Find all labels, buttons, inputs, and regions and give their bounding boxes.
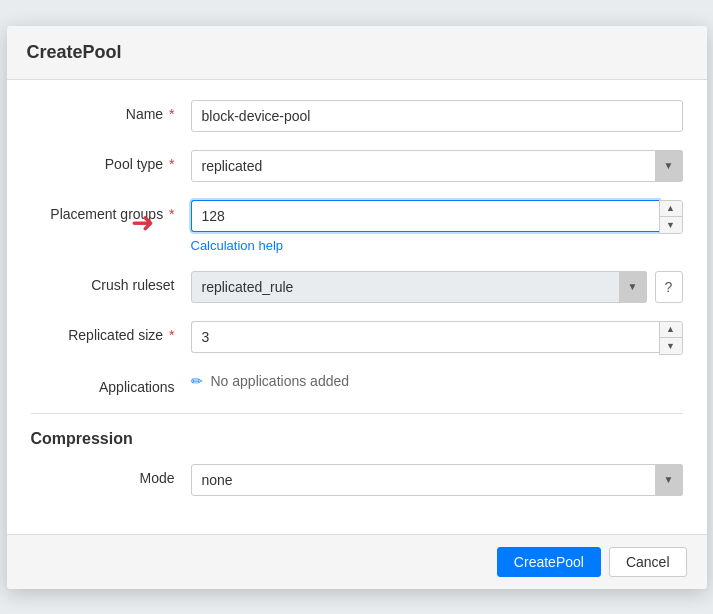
placement-groups-down-button[interactable]: ▼: [660, 217, 682, 233]
pool-type-dropdown[interactable]: replicated erasure ▼: [191, 150, 683, 182]
pool-type-label: Pool type *: [31, 150, 191, 172]
crush-ruleset-row: Crush ruleset replicated_rule ▼: [31, 271, 683, 303]
crush-ruleset-label: Crush ruleset: [31, 271, 191, 293]
replicated-size-down-button[interactable]: ▼: [660, 338, 682, 354]
pool-type-row: Pool type * replicated erasure ▼: [31, 150, 683, 182]
placement-groups-spinner-buttons: ▲ ▼: [659, 200, 683, 234]
help-icon: ?: [665, 279, 673, 295]
no-applications-text: No applications added: [211, 373, 350, 389]
name-required: *: [169, 106, 174, 122]
dialog-title: CreatePool: [27, 42, 687, 63]
dialog-footer: CreatePool Cancel: [7, 534, 707, 589]
crush-ruleset-row-inner: replicated_rule ▼ ?: [191, 271, 683, 303]
name-input-wrapper: [191, 100, 683, 132]
placement-groups-spinner: ▲ ▼: [191, 200, 683, 234]
placement-groups-input-wrapper: ➜ ▲ ▼ Calculation help: [191, 200, 683, 253]
name-input[interactable]: [191, 100, 683, 132]
crush-ruleset-control-wrapper: replicated_rule ▼ ?: [191, 271, 683, 303]
crush-ruleset-dropdown[interactable]: replicated_rule ▼: [191, 271, 647, 303]
replicated-size-input-wrapper: ▲ ▼: [191, 321, 683, 355]
main-section: Name * Pool type * replicated e: [31, 100, 683, 395]
placement-groups-up-button[interactable]: ▲: [660, 201, 682, 217]
compression-mode-row: Mode none aggressive passive force ▼: [31, 464, 683, 496]
replicated-size-label: Replicated size *: [31, 321, 191, 343]
dialog-body: Name * Pool type * replicated e: [7, 80, 707, 534]
applications-wrapper: ✏ No applications added: [191, 373, 683, 389]
replicated-size-row: Replicated size * ▲ ▼: [31, 321, 683, 355]
replicated-size-spinner: ▲ ▼: [191, 321, 683, 355]
applications-content: ✏ No applications added: [191, 373, 683, 389]
compression-mode-dropdown[interactable]: none aggressive passive force ▼: [191, 464, 683, 496]
crush-ruleset-select[interactable]: replicated_rule: [191, 271, 647, 303]
compression-section-title: Compression: [31, 430, 683, 448]
pool-type-required: *: [169, 156, 174, 172]
dialog-header: CreatePool: [7, 26, 707, 80]
applications-edit-icon[interactable]: ✏: [191, 373, 203, 389]
compression-mode-select[interactable]: none aggressive passive force: [191, 464, 683, 496]
compression-mode-select-wrapper: none aggressive passive force ▼: [191, 464, 683, 496]
section-divider: [31, 413, 683, 414]
applications-row: Applications ✏ No applications added: [31, 373, 683, 395]
pool-type-select[interactable]: replicated erasure: [191, 150, 683, 182]
placement-groups-required: *: [169, 206, 174, 222]
placement-groups-label: Placement groups *: [31, 200, 191, 222]
replicated-size-input[interactable]: [191, 321, 659, 353]
replicated-size-spinner-buttons: ▲ ▼: [659, 321, 683, 355]
placement-groups-row: Placement groups * ➜ ▲ ▼ Calculation hel…: [31, 200, 683, 253]
replicated-size-required: *: [169, 327, 174, 343]
pool-type-select-wrapper: replicated erasure ▼: [191, 150, 683, 182]
replicated-size-up-button[interactable]: ▲: [660, 322, 682, 338]
calculation-help-link[interactable]: Calculation help: [191, 238, 284, 253]
create-pool-button[interactable]: CreatePool: [497, 547, 601, 577]
placement-groups-input[interactable]: [191, 200, 659, 232]
compression-mode-label: Mode: [31, 464, 191, 486]
crush-ruleset-help-button[interactable]: ?: [655, 271, 683, 303]
applications-label: Applications: [31, 373, 191, 395]
cancel-button[interactable]: Cancel: [609, 547, 687, 577]
create-pool-dialog: CreatePool Name * Pool type *: [7, 26, 707, 589]
name-row: Name *: [31, 100, 683, 132]
name-label: Name *: [31, 100, 191, 122]
